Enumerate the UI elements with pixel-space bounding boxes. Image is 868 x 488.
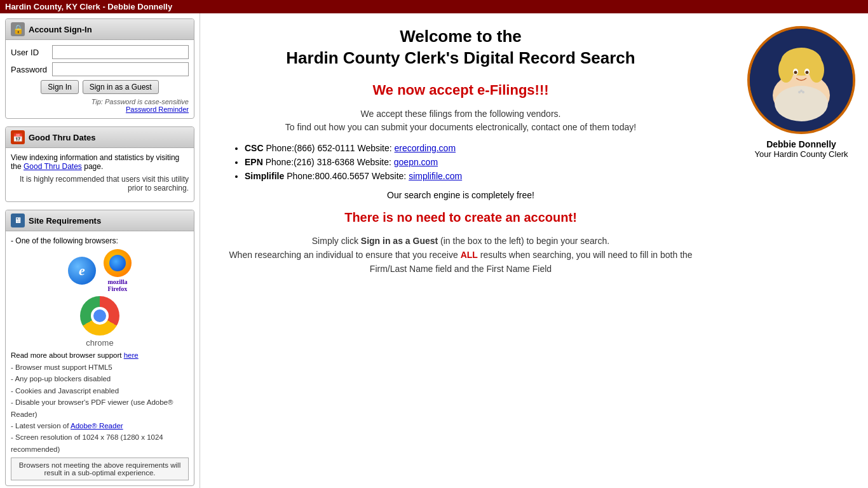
free-text: Our search engine is completely free!: [219, 190, 702, 200]
lock-icon: 🔒: [11, 22, 25, 36]
svg-point-5: [809, 57, 824, 83]
ie-browser: e: [68, 257, 96, 285]
browser-icons-section: e mozillaFirefox: [11, 249, 189, 348]
clerk-photo: [747, 26, 855, 134]
vendor-csc-name: CSC: [245, 143, 264, 153]
good-thru-title: Good Thru Dates: [29, 133, 95, 142]
warning-box: Browsers not meeting the above requireme…: [11, 458, 189, 480]
requirements-body: - One of the following browsers: e: [6, 231, 194, 485]
vendor-epn-name: EPN: [245, 157, 263, 167]
chrome-label: chrome: [86, 338, 113, 348]
good-thru-header: 📅 Good Thru Dates: [6, 127, 194, 148]
clerk-photo-section: Debbie Donnelly Your Hardin County Clerk: [747, 26, 855, 159]
good-thru-description: View indexing information and statistics…: [11, 153, 189, 171]
efilings-title: We now accept e-Filings!!!: [219, 82, 702, 98]
password-row: Password: [11, 62, 189, 76]
firefox-icon: [104, 249, 132, 277]
vendor-simplifile: Simplifile Phone:800.460.5657 Website: s…: [245, 171, 702, 181]
svg-point-9: [806, 71, 809, 74]
req-cookies: - Cookies and Javascript enabled: [11, 385, 189, 396]
ie-icon: e: [68, 257, 96, 285]
browsers-top-row: e mozillaFirefox: [68, 249, 132, 292]
main-content: Debbie Donnelly Your Hardin County Clerk…: [200, 13, 868, 488]
password-label: Password: [11, 65, 52, 74]
firefox-browser: mozillaFirefox: [104, 249, 132, 292]
good-thru-panel: 📅 Good Thru Dates View indexing informat…: [5, 126, 194, 202]
good-thru-link[interactable]: Good Thru Dates: [24, 162, 82, 171]
req-adobe: - Latest version of Adobe® Reader: [11, 420, 189, 431]
button-row: Sign In Sign in as a Guest: [11, 80, 189, 94]
guest-button[interactable]: Sign in as a Guest: [83, 80, 159, 94]
sign-in-instruction: Simply click Sign in as a Guest (in the …: [219, 234, 702, 276]
userid-row: User ID: [11, 45, 189, 59]
monitor-icon: 🖥: [11, 214, 25, 227]
userid-label: User ID: [11, 48, 52, 57]
account-panel-title: Account Sign-In: [29, 25, 92, 34]
account-panel-header: 🔒 Account Sign-In: [6, 19, 194, 40]
browsers-label: - One of the following browsers:: [11, 236, 189, 245]
account-panel-body: User ID Password Sign In Sign in as a Gu…: [6, 40, 194, 118]
password-reminder-link[interactable]: Password Reminder: [11, 105, 189, 113]
sign-in-button[interactable]: Sign In: [41, 80, 78, 94]
requirements-panel: 🖥 Site Requirements - One of the followi…: [5, 210, 194, 486]
no-account-title: There is no need to create an account!: [219, 210, 702, 225]
req-html5: - Browser must support HTML5: [11, 362, 189, 373]
req-pdf: - Disable your browser's PDF viewer (use…: [11, 396, 189, 420]
adobe-link[interactable]: Adobe® Reader: [71, 422, 123, 430]
password-input[interactable]: [52, 62, 189, 76]
vendor-csc: CSC Phone:(866) 652-0111 Website: erecor…: [245, 143, 702, 153]
vendor-csc-link[interactable]: erecording.com: [395, 143, 456, 153]
page-title: Welcome to theHardin County Clerk's Digi…: [219, 26, 702, 69]
tip-text: Tip: Password is case-sensitive: [11, 98, 189, 105]
chrome-browser: chrome: [80, 296, 119, 348]
account-panel: 🔒 Account Sign-In User ID Password Sign …: [5, 18, 194, 119]
support-link[interactable]: here: [124, 351, 139, 359]
clerk-avatar-svg: [750, 29, 853, 132]
svg-point-13: [802, 91, 804, 93]
vendor-epn-link[interactable]: goepn.com: [394, 157, 438, 167]
vendor-simplifile-link[interactable]: simplifile.com: [409, 171, 462, 181]
page-header: Hardin County, KY Clerk - Debbie Donnell…: [0, 0, 868, 13]
good-thru-body: View indexing information and statistics…: [6, 148, 194, 201]
header-title: Hardin County, KY Clerk: [5, 2, 100, 11]
userid-input[interactable]: [52, 45, 189, 59]
firefox-label: mozillaFirefox: [107, 278, 127, 292]
vendor-simplifile-name: Simplifile: [245, 171, 284, 181]
good-thru-note: It is highly recommended that users visi…: [11, 175, 189, 193]
chrome-icon: [80, 296, 119, 336]
svg-point-8: [794, 71, 797, 74]
clerk-name: Debbie Donnelly: [747, 139, 855, 149]
vendor-epn: EPN Phone:(216) 318-6368 Website: goepn.…: [245, 157, 702, 167]
req-popups: - Any pop-up blockers disabled: [11, 373, 189, 384]
requirements-title: Site Requirements: [29, 216, 101, 226]
requirements-list: - Browser must support HTML5 - Any pop-u…: [11, 362, 189, 455]
requirements-header: 🖥 Site Requirements: [6, 210, 194, 231]
sidebar: 🔒 Account Sign-In User ID Password Sign …: [0, 13, 200, 488]
main-text-area: Welcome to theHardin County Clerk's Digi…: [219, 26, 702, 276]
all-bold: ALL: [461, 250, 478, 260]
svg-point-4: [778, 57, 794, 83]
vendors-list: CSC Phone:(866) 652-0111 Website: erecor…: [219, 143, 702, 181]
support-text: Read more about browser support here: [11, 351, 189, 359]
req-resolution: - Screen resolution of 1024 x 768 (1280 …: [11, 431, 189, 455]
calendar-icon: 📅: [11, 130, 25, 144]
clerk-title: Your Hardin County Clerk: [747, 149, 855, 159]
efilings-intro: We accept these filings from the followi…: [219, 107, 702, 134]
header-subtitle: - Debbie Donnelly: [102, 2, 172, 11]
